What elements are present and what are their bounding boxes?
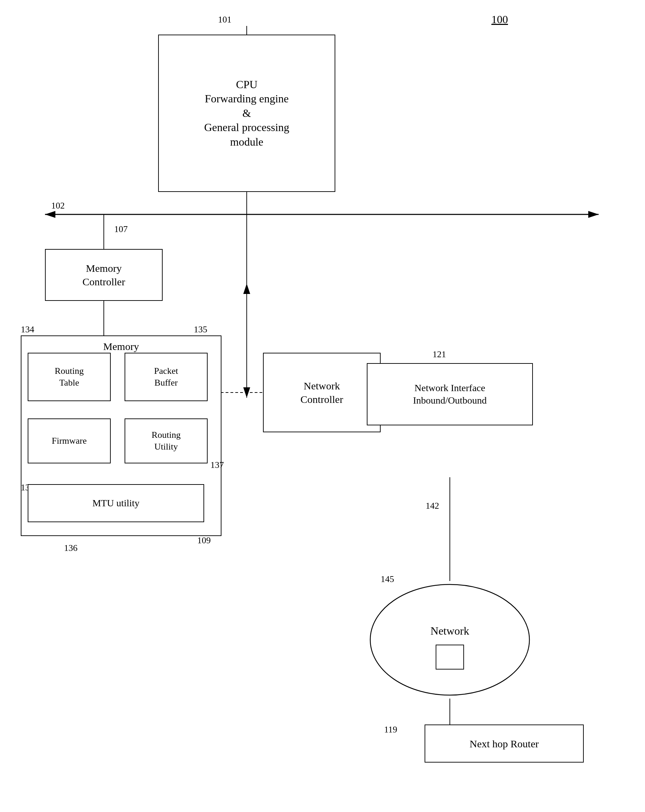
network-interface-box: Network InterfaceInbound/Outbound — [367, 363, 533, 425]
ref-100: 100 — [491, 13, 508, 26]
routing-table-box: RoutingTable — [28, 353, 111, 401]
svg-marker-10 — [243, 387, 250, 398]
routing-utility-box: RoutingUtility — [125, 418, 208, 463]
ref-109: 109 — [197, 535, 211, 546]
svg-marker-3 — [588, 211, 599, 218]
packet-buffer-label: PacketBuffer — [154, 365, 178, 389]
cpu-box: CPUForwarding engine&General processingm… — [158, 35, 335, 192]
memory-controller-box: MemoryController — [45, 249, 163, 301]
ref-142: 142 — [426, 501, 439, 511]
svg-marker-9 — [243, 284, 250, 294]
ref-135: 135 — [194, 324, 207, 335]
routing-table-label: RoutingTable — [55, 365, 84, 389]
ref-137: 137 — [210, 460, 224, 470]
ref-101: 101 — [218, 15, 231, 25]
ref-121: 121 — [433, 349, 446, 360]
packet-buffer-box: PacketBuffer — [125, 353, 208, 401]
network-controller-label: NetworkController — [300, 379, 343, 406]
mtu-utility-box: MTU utility — [28, 484, 204, 522]
network-ellipse-container: Network — [367, 581, 533, 699]
svg-marker-2 — [45, 211, 55, 218]
ref-107: 107 — [114, 224, 128, 235]
routing-utility-label: RoutingUtility — [151, 429, 180, 453]
svg-point-19 — [370, 585, 529, 695]
cpu-label: CPUForwarding engine&General processingm… — [204, 78, 289, 150]
svg-rect-21 — [436, 645, 464, 669]
ref-134: 134 — [21, 324, 34, 335]
next-hop-router-box: Next hop Router — [425, 725, 584, 763]
svg-text:Network: Network — [431, 624, 469, 637]
ref-119: 119 — [384, 725, 397, 735]
network-interface-label: Network InterfaceInbound/Outbound — [413, 382, 486, 407]
firmware-label: Firmware — [52, 435, 87, 447]
ref-136: 136 — [64, 543, 78, 553]
memory-controller-label: MemoryController — [83, 261, 125, 288]
mtu-utility-label: MTU utility — [92, 497, 139, 510]
memory-label: Memory — [103, 340, 139, 353]
next-hop-router-label: Next hop Router — [469, 737, 539, 751]
ref-102: 102 — [51, 201, 65, 211]
network-controller-box: NetworkController — [263, 353, 381, 432]
firmware-box: Firmware — [28, 418, 111, 463]
